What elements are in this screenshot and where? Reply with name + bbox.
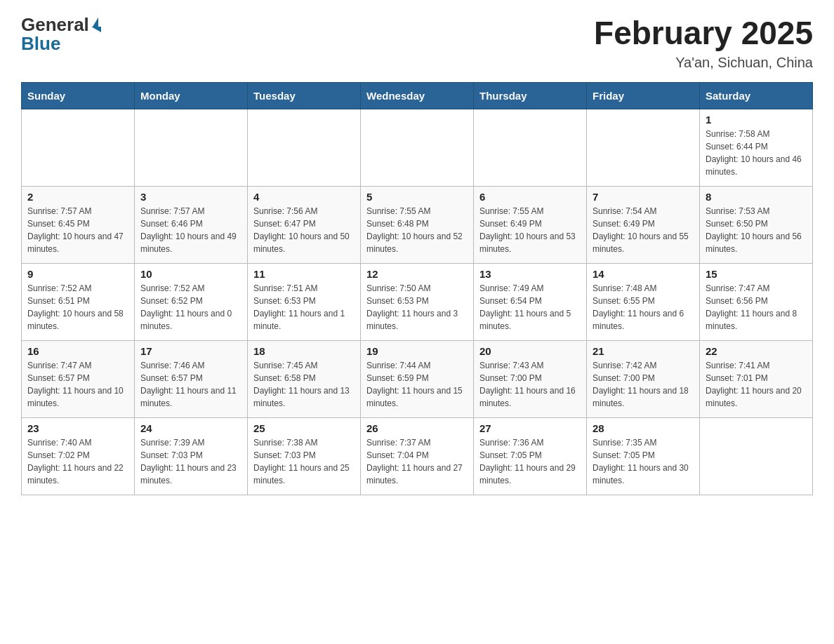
- calendar-cell: [135, 109, 248, 187]
- calendar-cell: [22, 109, 135, 187]
- day-info: Sunrise: 7:42 AM Sunset: 7:00 PM Dayligh…: [593, 359, 694, 410]
- day-number: 24: [140, 422, 241, 434]
- day-number: 1: [706, 114, 807, 126]
- calendar-cell: 11Sunrise: 7:51 AM Sunset: 6:53 PM Dayli…: [248, 264, 361, 341]
- day-number: 12: [366, 268, 468, 280]
- calendar-cell: 28Sunrise: 7:35 AM Sunset: 7:05 PM Dayli…: [587, 418, 700, 495]
- calendar-cell: 5Sunrise: 7:55 AM Sunset: 6:48 PM Daylig…: [361, 187, 474, 264]
- calendar-cell: 24Sunrise: 7:39 AM Sunset: 7:03 PM Dayli…: [135, 418, 248, 495]
- day-number: 23: [27, 422, 128, 434]
- day-number: 28: [593, 422, 694, 434]
- day-info: Sunrise: 7:39 AM Sunset: 7:03 PM Dayligh…: [140, 436, 241, 487]
- page-header: General Blue February 2025 Ya'an, Sichua…: [21, 14, 813, 71]
- logo: General Blue: [21, 14, 101, 55]
- day-number: 22: [706, 345, 807, 357]
- day-number: 8: [706, 191, 807, 203]
- day-number: 16: [27, 345, 128, 357]
- col-wednesday: Wednesday: [361, 83, 474, 109]
- calendar-cell: [361, 109, 474, 187]
- col-sunday: Sunday: [22, 83, 135, 109]
- calendar-cell: 7Sunrise: 7:54 AM Sunset: 6:49 PM Daylig…: [587, 187, 700, 264]
- day-number: 5: [366, 191, 468, 203]
- day-info: Sunrise: 7:55 AM Sunset: 6:49 PM Dayligh…: [479, 205, 581, 255]
- day-info: Sunrise: 7:40 AM Sunset: 7:02 PM Dayligh…: [27, 436, 128, 487]
- day-info: Sunrise: 7:50 AM Sunset: 6:53 PM Dayligh…: [366, 282, 468, 333]
- calendar-cell: 18Sunrise: 7:45 AM Sunset: 6:58 PM Dayli…: [248, 341, 361, 418]
- day-number: 21: [593, 345, 694, 357]
- calendar-cell: 1Sunrise: 7:58 AM Sunset: 6:44 PM Daylig…: [700, 109, 813, 187]
- calendar-cell: 16Sunrise: 7:47 AM Sunset: 6:57 PM Dayli…: [22, 341, 135, 418]
- calendar-cell: 15Sunrise: 7:47 AM Sunset: 6:56 PM Dayli…: [700, 264, 813, 341]
- day-number: 9: [27, 268, 128, 280]
- day-number: 15: [706, 268, 807, 280]
- calendar-cell: 12Sunrise: 7:50 AM Sunset: 6:53 PM Dayli…: [361, 264, 474, 341]
- week-row-2: 2Sunrise: 7:57 AM Sunset: 6:45 PM Daylig…: [22, 187, 813, 264]
- day-info: Sunrise: 7:43 AM Sunset: 7:00 PM Dayligh…: [479, 359, 581, 410]
- day-info: Sunrise: 7:52 AM Sunset: 6:51 PM Dayligh…: [27, 282, 128, 333]
- day-number: 14: [593, 268, 694, 280]
- day-info: Sunrise: 7:35 AM Sunset: 7:05 PM Dayligh…: [593, 436, 694, 487]
- day-number: 18: [253, 345, 355, 357]
- day-info: Sunrise: 7:58 AM Sunset: 6:44 PM Dayligh…: [706, 128, 807, 178]
- day-info: Sunrise: 7:45 AM Sunset: 6:58 PM Dayligh…: [253, 359, 355, 410]
- day-info: Sunrise: 7:47 AM Sunset: 6:57 PM Dayligh…: [27, 359, 128, 410]
- day-number: 19: [366, 345, 468, 357]
- calendar-subtitle: Ya'an, Sichuan, China: [594, 55, 813, 71]
- calendar-cell: 27Sunrise: 7:36 AM Sunset: 7:05 PM Dayli…: [474, 418, 587, 495]
- day-info: Sunrise: 7:54 AM Sunset: 6:49 PM Dayligh…: [593, 205, 694, 255]
- day-info: Sunrise: 7:49 AM Sunset: 6:54 PM Dayligh…: [479, 282, 581, 333]
- day-info: Sunrise: 7:52 AM Sunset: 6:52 PM Dayligh…: [140, 282, 241, 333]
- day-number: 27: [479, 422, 581, 434]
- day-number: 10: [140, 268, 241, 280]
- calendar-header-row: Sunday Monday Tuesday Wednesday Thursday…: [22, 83, 813, 109]
- day-info: Sunrise: 7:44 AM Sunset: 6:59 PM Dayligh…: [366, 359, 468, 410]
- day-number: 13: [479, 268, 581, 280]
- day-info: Sunrise: 7:56 AM Sunset: 6:47 PM Dayligh…: [253, 205, 355, 255]
- day-number: 6: [479, 191, 581, 203]
- day-info: Sunrise: 7:57 AM Sunset: 6:45 PM Dayligh…: [27, 205, 128, 255]
- day-info: Sunrise: 7:47 AM Sunset: 6:56 PM Dayligh…: [706, 282, 807, 333]
- col-saturday: Saturday: [700, 83, 813, 109]
- day-info: Sunrise: 7:48 AM Sunset: 6:55 PM Dayligh…: [593, 282, 694, 333]
- day-number: 3: [140, 191, 241, 203]
- calendar-cell: 13Sunrise: 7:49 AM Sunset: 6:54 PM Dayli…: [474, 264, 587, 341]
- col-tuesday: Tuesday: [248, 83, 361, 109]
- calendar-cell: 19Sunrise: 7:44 AM Sunset: 6:59 PM Dayli…: [361, 341, 474, 418]
- calendar-cell: [587, 109, 700, 187]
- calendar-cell: 8Sunrise: 7:53 AM Sunset: 6:50 PM Daylig…: [700, 187, 813, 264]
- calendar-cell: 26Sunrise: 7:37 AM Sunset: 7:04 PM Dayli…: [361, 418, 474, 495]
- day-number: 26: [366, 422, 468, 434]
- day-info: Sunrise: 7:37 AM Sunset: 7:04 PM Dayligh…: [366, 436, 468, 487]
- day-info: Sunrise: 7:57 AM Sunset: 6:46 PM Dayligh…: [140, 205, 241, 255]
- day-info: Sunrise: 7:46 AM Sunset: 6:57 PM Dayligh…: [140, 359, 241, 410]
- week-row-5: 23Sunrise: 7:40 AM Sunset: 7:02 PM Dayli…: [22, 418, 813, 495]
- day-info: Sunrise: 7:51 AM Sunset: 6:53 PM Dayligh…: [253, 282, 355, 333]
- day-info: Sunrise: 7:53 AM Sunset: 6:50 PM Dayligh…: [706, 205, 807, 255]
- calendar-cell: [700, 418, 813, 495]
- calendar-cell: 2Sunrise: 7:57 AM Sunset: 6:45 PM Daylig…: [22, 187, 135, 264]
- calendar-cell: 9Sunrise: 7:52 AM Sunset: 6:51 PM Daylig…: [22, 264, 135, 341]
- calendar-title: February 2025: [594, 14, 813, 52]
- col-monday: Monday: [135, 83, 248, 109]
- calendar-cell: 17Sunrise: 7:46 AM Sunset: 6:57 PM Dayli…: [135, 341, 248, 418]
- calendar-cell: [248, 109, 361, 187]
- day-number: 2: [27, 191, 128, 203]
- day-number: 25: [253, 422, 355, 434]
- col-friday: Friday: [587, 83, 700, 109]
- calendar-cell: 3Sunrise: 7:57 AM Sunset: 6:46 PM Daylig…: [135, 187, 248, 264]
- day-info: Sunrise: 7:38 AM Sunset: 7:03 PM Dayligh…: [253, 436, 355, 487]
- calendar-cell: 14Sunrise: 7:48 AM Sunset: 6:55 PM Dayli…: [587, 264, 700, 341]
- calendar-cell: [474, 109, 587, 187]
- day-info: Sunrise: 7:36 AM Sunset: 7:05 PM Dayligh…: [479, 436, 581, 487]
- calendar-cell: 4Sunrise: 7:56 AM Sunset: 6:47 PM Daylig…: [248, 187, 361, 264]
- calendar-cell: 22Sunrise: 7:41 AM Sunset: 7:01 PM Dayli…: [700, 341, 813, 418]
- title-area: February 2025 Ya'an, Sichuan, China: [594, 14, 813, 71]
- day-info: Sunrise: 7:55 AM Sunset: 6:48 PM Dayligh…: [366, 205, 468, 255]
- calendar-cell: 6Sunrise: 7:55 AM Sunset: 6:49 PM Daylig…: [474, 187, 587, 264]
- day-number: 7: [593, 191, 694, 203]
- col-thursday: Thursday: [474, 83, 587, 109]
- calendar-cell: 10Sunrise: 7:52 AM Sunset: 6:52 PM Dayli…: [135, 264, 248, 341]
- calendar-table: Sunday Monday Tuesday Wednesday Thursday…: [21, 82, 813, 495]
- day-number: 20: [479, 345, 581, 357]
- calendar-cell: 25Sunrise: 7:38 AM Sunset: 7:03 PM Dayli…: [248, 418, 361, 495]
